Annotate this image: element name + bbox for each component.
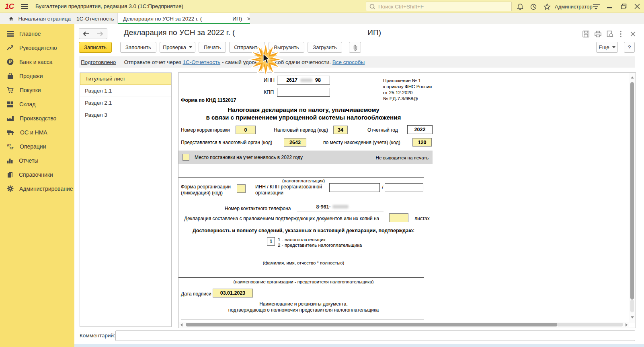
app-title: Бухгалтерия предприятия, редакция 3.0 (1… (35, 3, 183, 9)
service-menu-icon[interactable] (593, 4, 600, 10)
sidebar-item-administration[interactable]: Администрирование (0, 182, 74, 196)
sign-date-label: Дата подписи (181, 291, 211, 297)
user-name[interactable]: Администратор (555, 4, 593, 10)
window-border (643, 13, 643, 347)
section-2-1[interactable]: Раздел 2.1 (80, 97, 171, 109)
comment-input[interactable] (115, 330, 635, 341)
fill-button[interactable]: Заполнить (120, 42, 156, 53)
status-badge[interactable]: Подготовлено (81, 59, 116, 65)
bag-icon (7, 73, 14, 79)
bottom-strip (74, 344, 644, 347)
attach-count-field[interactable] (389, 213, 408, 222)
save-icon[interactable] (582, 31, 589, 37)
print-icon[interactable] (595, 31, 601, 37)
search-input[interactable]: Поиск Ctrl+Shift+F (366, 2, 512, 11)
sidebar-item-sales[interactable]: Продажи (0, 69, 74, 83)
appendix-note: Приложение № 1 к приказу ФНС России от 2… (383, 77, 432, 101)
all-ways-link[interactable]: Все способы (332, 59, 365, 65)
location-field[interactable]: 120 (412, 138, 432, 147)
notifications-icon[interactable] (517, 3, 524, 10)
close-tab-icon[interactable] (247, 17, 250, 21)
sidebar-item-operations[interactable]: ДтКт Операции (0, 139, 74, 153)
reorg-kpp-field[interactable] (385, 183, 423, 192)
restore-button[interactable] (621, 4, 627, 9)
section-title-page[interactable]: Титульный лист (80, 73, 171, 85)
sidebar-item-manager[interactable]: Руководителю (0, 41, 74, 55)
help-button[interactable]: ? (624, 42, 635, 53)
status-bar: Подготовлено Отправьте отчет через 1С-От… (79, 56, 635, 68)
inn-label: ИНН (264, 77, 275, 83)
signer-opt2: 2 - представитель налогоплательщика (278, 242, 362, 248)
phone-field[interactable]: 8-961- (297, 204, 384, 211)
sidebar-item-directories[interactable]: Справочники (0, 167, 74, 182)
load-button[interactable]: Загрузить (308, 42, 342, 53)
back-button[interactable] (79, 28, 93, 39)
tab-home[interactable]: Начальная страница (0, 13, 71, 24)
tab-decl-label-post: ИП) (232, 16, 242, 22)
forward-button[interactable] (93, 28, 107, 39)
close-doc-icon[interactable] (630, 31, 636, 37)
factory-icon (7, 115, 14, 122)
sign-date-field[interactable]: 03.01.2023 (213, 289, 253, 297)
close-window-button[interactable] (634, 4, 640, 9)
sidebar-item-reports[interactable]: Отчеты (0, 153, 74, 167)
section-1-1[interactable]: Раздел 1.1 (80, 85, 171, 97)
signer-code-field[interactable]: 1 (267, 237, 275, 246)
doc-name-line2: подтверждающего полномочия представителя… (178, 307, 429, 313)
reorg-code-field[interactable] (237, 184, 246, 193)
declaration-form: ИНН 261798 КПП Форма по КНД 1152017 Прил… (178, 72, 636, 328)
tab-decl-label-pre: Декларация по УСН за 2022 г. ( (123, 16, 202, 22)
search-icon (369, 4, 375, 10)
sidebar-item-bank[interactable]: Банк и касса (0, 55, 74, 69)
sidebar-item-warehouse[interactable]: Склад (0, 97, 74, 111)
confirm-title: Достоверность и полноту сведений, указан… (178, 228, 429, 233)
print-button[interactable]: Печать (199, 42, 226, 53)
status-message: Отправьте отчет через 1С-Отчетность - са… (124, 59, 365, 65)
year-label: Отчетный год (367, 127, 398, 133)
reorg-inn-field[interactable] (329, 183, 380, 192)
history-icon[interactable] (530, 3, 537, 10)
phone-label: Номер контактного телефона (225, 206, 291, 211)
sidebar-item-purchases[interactable]: Покупки (0, 83, 74, 97)
sidebar-item-production[interactable]: Производство (0, 111, 74, 125)
sidebar-item-assets[interactable]: ОС и НМА (0, 125, 74, 139)
save-button[interactable]: Записать (79, 42, 112, 53)
bar-chart-icon (7, 157, 13, 163)
horizontal-scrollbar-thumb[interactable] (186, 323, 558, 326)
section-3[interactable]: Раздел 3 (80, 109, 171, 121)
more-button[interactable]: Еще (596, 42, 618, 53)
menu-bars-icon (7, 31, 14, 37)
1c-reporting-link[interactable]: 1С-Отчетность (183, 59, 220, 65)
attach-button[interactable] (349, 42, 361, 53)
horizontal-scrollbar[interactable] (179, 322, 629, 327)
tab-1c-reporting[interactable]: 1С-Отчетность (71, 13, 118, 24)
gear-icon (7, 185, 14, 192)
inn-field[interactable]: 261798 (277, 76, 330, 85)
minimize-button[interactable] (607, 7, 612, 8)
more-dots-icon[interactable] (619, 31, 622, 37)
chevron-down-icon (189, 46, 192, 48)
year-field[interactable]: 2022 (407, 125, 433, 134)
vertical-scrollbar[interactable] (629, 73, 635, 323)
dt-kt-icon: ДтКт (7, 143, 14, 150)
no-print-label: Не выводится на печать (375, 155, 429, 160)
sidebar-item-main[interactable]: Главное (0, 27, 74, 41)
period-field[interactable]: 34 (333, 126, 348, 134)
tab-report-label: 1С-Отчетность (76, 16, 114, 22)
preview-icon[interactable] (607, 31, 613, 37)
kpp-field[interactable] (277, 88, 330, 97)
form-title-line1: Налоговая декларация по налогу, уплачива… (178, 106, 429, 113)
check-button[interactable]: Проверка (160, 42, 195, 53)
place-change-checkbox[interactable] (183, 154, 189, 161)
favorites-icon[interactable] (544, 3, 551, 10)
svg-text:Кт: Кт (10, 146, 13, 150)
tab-declaration[interactable]: Декларация по УСН за 2022 г. ( ИП) (118, 13, 250, 24)
place-change-bar: Место постановки на учет менялось в 2022… (178, 151, 433, 164)
authority-field[interactable]: 2643 (284, 138, 306, 147)
doc-name-line1: Наименование и реквизиты документа, (178, 301, 429, 307)
correction-field[interactable]: 0 (236, 126, 256, 134)
sections-list: Титульный лист Раздел 1.1 Раздел 2.1 Раз… (80, 72, 172, 327)
vertical-scrollbar-thumb[interactable] (630, 82, 634, 299)
kpp-label: КПП (264, 89, 274, 95)
main-menu-icon[interactable] (21, 4, 28, 9)
